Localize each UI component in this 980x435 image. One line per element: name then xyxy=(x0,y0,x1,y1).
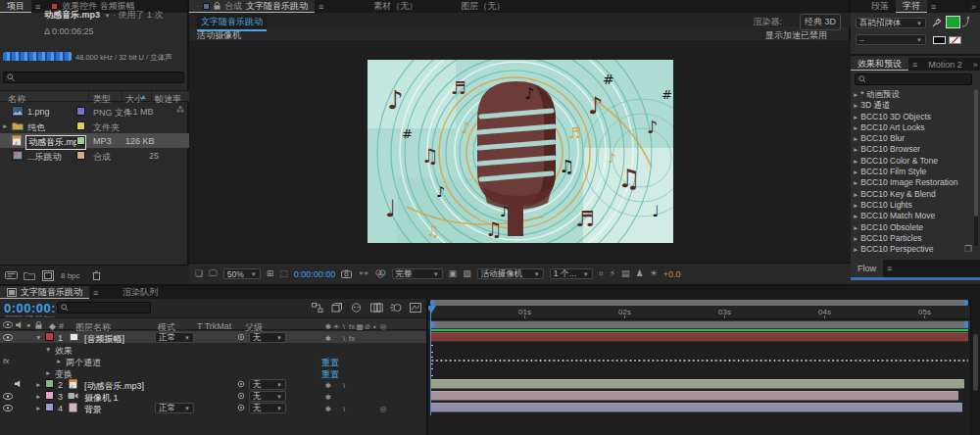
no-fill-swatch[interactable] xyxy=(949,36,961,44)
fx-badge-icon[interactable]: fx xyxy=(3,357,9,365)
layer-bar-1[interactable] xyxy=(430,332,968,342)
eye-icon[interactable] xyxy=(3,334,13,341)
effects-group-row[interactable]: ▼ 效果 xyxy=(0,343,426,355)
twirl-icon[interactable]: ► xyxy=(56,358,62,364)
effects-list-item[interactable]: ► BCC10 Stylize xyxy=(853,255,972,256)
layer-label-chip[interactable] xyxy=(45,379,54,388)
layer-switches[interactable]: ✱\fx xyxy=(324,333,356,343)
fill-color-swatch[interactable] xyxy=(946,16,960,28)
timeline-scrollbar[interactable] xyxy=(970,299,980,435)
motion-blur-icon[interactable]: ⊘ xyxy=(364,322,371,331)
twirl-icon[interactable]: ► xyxy=(35,381,41,388)
project-row-comp[interactable]: ...乐跳动 合成 25 xyxy=(0,148,189,163)
layer-label-chip[interactable] xyxy=(45,332,54,341)
monitor-icon[interactable]: 🖵 xyxy=(209,269,218,278)
character-panel-menu-icon[interactable]: ≡ xyxy=(927,0,940,13)
blend-mode-select[interactable]: 正常▼ xyxy=(155,332,194,343)
transform-group-row[interactable]: ► 变换 重置 xyxy=(0,366,426,378)
layer-switches[interactable]: ✱ xyxy=(324,392,332,402)
time-ruler[interactable]: 01s 02s 03s 04s 05s xyxy=(428,306,970,319)
playhead-handle[interactable] xyxy=(426,306,436,314)
eye-icon[interactable] xyxy=(3,405,13,411)
effects-list-item[interactable]: ► 3D 通道 xyxy=(853,100,972,111)
grid-guides-icon[interactable]: ⊞ xyxy=(267,269,274,278)
label-column-icon[interactable]: ◆ xyxy=(49,321,56,331)
quality-icon[interactable]: \ xyxy=(340,322,348,331)
transparency-grid-icon[interactable]: ▨ xyxy=(463,269,471,278)
timeline-search-input[interactable] xyxy=(71,304,147,313)
collapse-icon[interactable]: ☀ xyxy=(332,322,340,331)
timeline-search[interactable] xyxy=(57,302,151,314)
eye-icon[interactable] xyxy=(3,321,13,328)
pixel-aspect-icon[interactable]: ⌗ xyxy=(599,269,604,278)
effects-list-item[interactable]: ► BCC10 Perspective xyxy=(853,244,972,255)
trash-icon[interactable] xyxy=(92,270,101,280)
panel-overflow-icon[interactable]: » xyxy=(969,58,980,71)
effects-list-item[interactable]: ► BCC10 Match Move xyxy=(853,211,972,221)
project-columns-header[interactable]: 名称 类型 大小 ▲ 帧速率 xyxy=(0,90,189,102)
tab-character[interactable]: 字符 xyxy=(896,0,927,13)
frame-blending-icon[interactable] xyxy=(370,303,383,313)
project-panel-menu-icon[interactable]: ≡ xyxy=(31,0,44,13)
layer-bar-3[interactable] xyxy=(430,391,958,401)
layer-name[interactable]: 背景 xyxy=(84,404,102,416)
pick-whip-icon[interactable] xyxy=(237,404,245,411)
parent-select[interactable]: 无▼ xyxy=(249,379,286,390)
chevron-down-icon[interactable]: ▼ xyxy=(105,13,111,19)
tab-render-queue[interactable]: 渲染队列 xyxy=(116,286,165,299)
effects-list-item[interactable]: ► BCC10 Browser xyxy=(853,144,972,155)
preview-quality-icon[interactable]: ❏ xyxy=(195,269,203,278)
resolution-select[interactable]: 完整▼ xyxy=(392,268,443,279)
effects-list-item[interactable]: ► BCC10 Key & Blend xyxy=(853,189,972,200)
label-chip[interactable] xyxy=(76,151,85,160)
shy-icon[interactable]: ✱ xyxy=(324,322,332,331)
draft-3d-icon[interactable] xyxy=(331,303,343,313)
timeline-button-icon[interactable]: ▤ xyxy=(621,269,630,278)
layer-bar-2[interactable] xyxy=(430,379,964,389)
col-trkmat[interactable]: T TrkMat xyxy=(197,321,231,331)
panel-overflow-icon[interactable]: » xyxy=(967,0,980,13)
snapshot-icon[interactable] xyxy=(341,269,352,278)
twirl-icon[interactable]: ► xyxy=(45,369,51,376)
camera-select[interactable]: 活动摄像机▼ xyxy=(477,268,544,279)
tab-project[interactable]: 项目 xyxy=(0,0,31,13)
tab-footage[interactable]: 素材（无） xyxy=(367,0,424,13)
swap-fill-stroke-icon[interactable] xyxy=(961,16,969,28)
new-folder-icon[interactable] xyxy=(24,271,35,280)
pick-whip-icon[interactable] xyxy=(237,380,245,388)
parent-select[interactable]: 无▼ xyxy=(249,332,286,343)
layer-label-chip[interactable] xyxy=(45,403,54,411)
exposure-value[interactable]: +0.0 xyxy=(663,269,681,279)
effects-list-item[interactable]: ► BCC10 Film Style xyxy=(853,167,972,177)
effect-channel-row[interactable]: fx ► 两个通道 重置 xyxy=(0,355,426,366)
label-chip[interactable] xyxy=(76,121,85,130)
tab-paragraph[interactable]: 段落 xyxy=(864,0,896,13)
tab-flow[interactable]: Flow xyxy=(851,260,883,277)
effects-list-item[interactable]: ► BCC10 3D Objects xyxy=(853,112,972,122)
effects-list-item[interactable]: ► * 动画预设 xyxy=(853,89,972,100)
twirl-icon[interactable]: ▼ xyxy=(35,334,41,341)
effects-search-input[interactable] xyxy=(868,75,968,84)
tab-effects-presets[interactable]: 效果和预设 xyxy=(851,58,908,71)
layer-row-2[interactable]: ► 2 ♪ [动感音乐.mp3] 无▼ ✱\ xyxy=(0,378,426,390)
twirl-icon[interactable]: ▼ xyxy=(45,346,51,353)
project-search[interactable] xyxy=(3,72,184,83)
comp-timecode[interactable]: 0:00:00:00 xyxy=(294,269,336,279)
twirl-icon[interactable]: ► xyxy=(2,122,8,129)
comp-mini-flowchart-icon[interactable] xyxy=(312,303,323,313)
shy-layers-icon[interactable] xyxy=(351,303,363,313)
layer-bar-4[interactable] xyxy=(430,403,962,412)
tab-motion2[interactable]: Motion 2 xyxy=(921,58,969,71)
pick-whip-icon[interactable] xyxy=(237,392,245,400)
effects-list-item[interactable]: ► BCC10 Image Restoration xyxy=(853,177,972,188)
tab-layer[interactable]: 图层（无） xyxy=(454,0,512,13)
tab-timeline-comp[interactable]: 文字随音乐跳动 xyxy=(0,286,89,299)
bit-depth[interactable]: 8 bpc xyxy=(61,271,80,280)
comp-panel-menu-icon[interactable]: ≡ xyxy=(315,0,327,13)
layer-row-3[interactable]: ► 3 摄像机 1 无▼ ✱ xyxy=(0,390,426,402)
effects-list-item[interactable]: ► BCC10 Color & Tone xyxy=(853,156,972,167)
frame-blend-icon[interactable]: ▦ xyxy=(356,322,364,331)
label-chip[interactable] xyxy=(76,136,85,145)
renderer-value[interactable]: 经典 3D xyxy=(800,14,841,30)
twirl-icon[interactable]: ► xyxy=(35,405,41,411)
